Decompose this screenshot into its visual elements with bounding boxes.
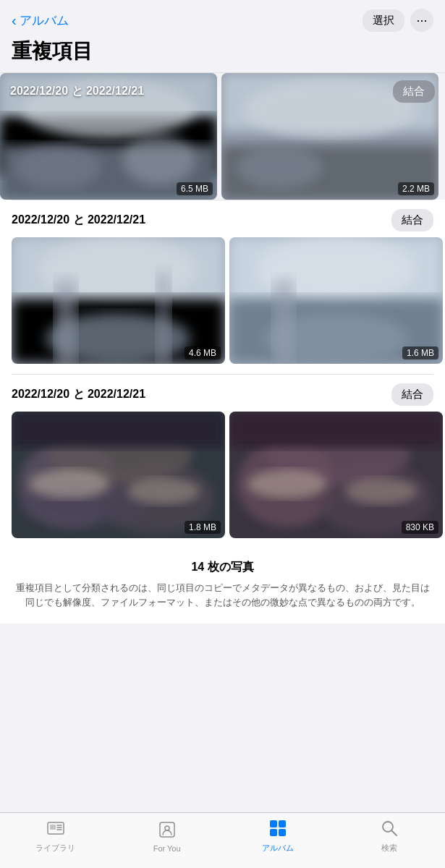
duplicate-group-3: 2022/12/20 と 2022/12/21 結合 1.8 MB — [0, 375, 445, 538]
photo-2-1[interactable]: 4.6 MB — [12, 237, 225, 364]
more-button[interactable]: ··· — [410, 9, 433, 32]
svg-rect-41 — [50, 825, 56, 830]
group3-header: 2022/12/20 と 2022/12/21 結合 — [12, 383, 433, 406]
svg-rect-17 — [55, 281, 77, 364]
svg-rect-47 — [270, 820, 277, 827]
tab-search-label: 検索 — [381, 843, 397, 854]
photo-3-1[interactable]: 1.8 MB — [12, 412, 225, 538]
content-area: 2022/12/20 と 2022/12/21 結合 — [0, 72, 445, 624]
svg-point-31 — [30, 469, 109, 498]
svg-line-52 — [392, 831, 397, 836]
nav-row: ‹ アルバム 選択 ··· — [12, 9, 433, 32]
svg-rect-50 — [279, 829, 286, 836]
svg-point-39 — [345, 478, 418, 504]
group1-header-overlay: 2022/12/20 と 2022/12/21 結合 — [0, 73, 445, 110]
photo-size-badge-2-2: 1.6 MB — [402, 346, 438, 359]
group1-title: 2022/12/20 と 2022/12/21 — [10, 84, 144, 99]
svg-point-5 — [14, 145, 101, 189]
photo-size-badge-3-2: 830 KB — [402, 521, 438, 534]
select-button[interactable]: 選択 — [363, 9, 404, 32]
group2-header: 2022/12/20 と 2022/12/21 結合 — [12, 209, 433, 231]
library-icon — [46, 819, 65, 841]
back-label: アルバム — [20, 12, 69, 29]
svg-rect-24 — [273, 281, 294, 364]
merge-button-1[interactable]: 結合 — [393, 80, 435, 103]
tab-album-label: アルバム — [262, 843, 294, 854]
merge-button-2[interactable]: 結合 — [391, 209, 433, 231]
svg-rect-48 — [279, 820, 286, 827]
footer-count: 14 枚の写真 — [14, 560, 431, 575]
more-icon: ··· — [416, 13, 427, 28]
tab-foryou[interactable]: For You — [142, 820, 192, 853]
tab-foryou-label: For You — [153, 844, 181, 853]
bottom-nav: ライブラリ For You アルバム — [0, 812, 445, 868]
svg-point-46 — [165, 826, 169, 830]
footer-info: 14 枚の写真 重複項目として分類されるのは、同じ項目のコピーでメタデータが異な… — [0, 548, 445, 624]
duplicate-group-1: 2022/12/20 と 2022/12/21 結合 — [0, 73, 445, 200]
svg-point-38 — [247, 469, 327, 498]
photo-3-2[interactable]: 830 KB — [229, 412, 443, 538]
duplicate-group-2: 2022/12/20 と 2022/12/21 結合 4.6 MB — [0, 200, 445, 364]
nav-actions: 選択 ··· — [363, 9, 433, 32]
svg-rect-18 — [156, 273, 171, 364]
header: ‹ アルバム 選択 ··· 重複項目 — [0, 0, 445, 72]
merge-button-3[interactable]: 結合 — [391, 383, 433, 406]
tab-album[interactable]: アルバム — [253, 819, 303, 854]
footer-description: 重複項目として分類されるのは、同じ項目のコピーでメタデータが異なるもの、および、… — [14, 581, 431, 609]
tab-library-label: ライブラリ — [35, 843, 75, 854]
svg-point-11 — [236, 145, 323, 189]
album-icon — [268, 819, 287, 841]
photo-size-badge-3-1: 1.8 MB — [185, 521, 221, 534]
foryou-icon — [158, 820, 177, 842]
back-button[interactable]: ‹ アルバム — [12, 12, 69, 29]
svg-rect-29 — [12, 412, 225, 448]
photo-2-2[interactable]: 1.6 MB — [229, 237, 443, 364]
svg-rect-49 — [270, 829, 277, 836]
svg-rect-45 — [160, 822, 174, 837]
photo-size-badge-2-1: 4.6 MB — [185, 346, 221, 359]
group2-photos: 4.6 MB 1.6 MB — [12, 237, 433, 364]
svg-point-6 — [123, 135, 195, 185]
photo-size-badge-1-2: 2.2 MB — [398, 182, 434, 195]
search-icon — [380, 819, 399, 841]
tab-library[interactable]: ライブラリ — [30, 819, 81, 854]
photo-size-badge-1-1: 6.5 MB — [177, 182, 213, 195]
tab-search[interactable]: 検索 — [364, 819, 415, 854]
page-title: 重複項目 — [12, 36, 433, 72]
svg-point-32 — [127, 478, 200, 504]
back-chevron-icon: ‹ — [12, 13, 17, 27]
svg-rect-37 — [229, 412, 443, 448]
group3-photos: 1.8 MB 830 KB — [12, 412, 433, 538]
group3-title: 2022/12/20 と 2022/12/21 — [12, 387, 145, 402]
group2-title: 2022/12/20 と 2022/12/21 — [12, 213, 145, 228]
